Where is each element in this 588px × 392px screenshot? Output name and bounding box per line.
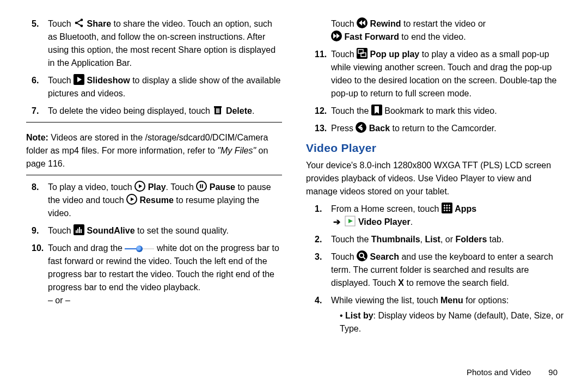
step-12: 12. Touch the Bookmark to mark this vide… xyxy=(306,105,565,118)
back-icon xyxy=(356,122,366,133)
text: Pause xyxy=(210,182,235,192)
resume-icon xyxy=(126,194,137,205)
text: Back xyxy=(369,124,390,133)
text: X xyxy=(398,278,404,287)
step-number: 2. xyxy=(315,233,322,246)
text: , xyxy=(420,235,425,244)
svg-marker-22 xyxy=(336,33,340,39)
step-13: 13. Press Back to return to the Camcorde… xyxy=(306,122,565,135)
slideshow-icon xyxy=(74,74,84,85)
step-8: 8. To play a video, touch Play. Touch Pa… xyxy=(23,181,282,220)
step-number: 9. xyxy=(32,224,39,237)
step-number: 3. xyxy=(315,250,322,264)
text: Fast Forward xyxy=(344,32,399,41)
vp-step-3: 3. Touch Search and use the keyboard to … xyxy=(306,250,565,290)
step-7: 7. To delete the video being displayed, … xyxy=(23,105,282,118)
apps-icon xyxy=(442,203,452,213)
note-label: Note: xyxy=(26,133,48,142)
step-5: 5. Touch Share to share the video. Touch… xyxy=(23,17,282,70)
divider xyxy=(26,175,282,175)
progress-dot-icon xyxy=(125,245,154,253)
step-number: 10. xyxy=(32,242,44,255)
text: Resume xyxy=(140,195,174,205)
text: Apps xyxy=(455,204,476,213)
text: Play xyxy=(148,182,166,192)
step-number: 8. xyxy=(32,181,39,194)
text: Slideshow xyxy=(87,76,130,85)
step-6: 6. Touch Slideshow to display a slide sh… xyxy=(23,74,282,100)
search-icon xyxy=(357,250,367,261)
left-column: 5. Touch Share to share the video. Touch… xyxy=(23,17,282,368)
or-text: – or – xyxy=(48,294,282,307)
svg-marker-19 xyxy=(359,20,362,26)
page-number: 90 xyxy=(548,367,558,377)
step-number: 5. xyxy=(32,17,39,30)
text: to remove the search field. xyxy=(404,278,509,287)
svg-rect-17 xyxy=(79,227,80,233)
text: tab. xyxy=(487,235,504,244)
step-number: 13. xyxy=(315,122,327,135)
svg-rect-18 xyxy=(81,229,82,233)
text: From a Home screen, touch xyxy=(331,204,442,213)
video-player-heading: Video Player xyxy=(306,139,565,157)
svg-rect-16 xyxy=(77,229,78,233)
step-10-continued: Touch Rewind to restart the video or Fas… xyxy=(306,17,565,44)
video-player-intro: Your device's 8.0-inch 1280x800 WXGA TFT… xyxy=(306,159,565,198)
text: . xyxy=(252,106,254,115)
play-icon xyxy=(134,181,145,192)
text: . Touch xyxy=(166,182,197,192)
fast-forward-icon xyxy=(331,30,342,41)
pause-icon xyxy=(196,181,207,192)
vp-step-2: 2. Touch the Thumbnails, List, or Folder… xyxy=(306,233,565,246)
text: While viewing the list, touch xyxy=(331,296,440,305)
text: Search xyxy=(370,252,399,261)
arrow-icon: ➔ xyxy=(333,216,340,229)
list-by-bullet: List by: Display videos by Name (default… xyxy=(340,309,565,335)
page-footer: Photos and Video 90 xyxy=(467,367,558,377)
text: Touch xyxy=(48,226,74,235)
text: to return to the Camcorder. xyxy=(390,124,497,133)
text: for options: xyxy=(463,296,509,305)
text: Bookmark to mark this video. xyxy=(384,106,497,115)
vp-step-1: 1. From a Home screen, touch Apps ➔ Vide… xyxy=(306,203,565,229)
divider xyxy=(26,122,282,122)
share-icon xyxy=(74,17,84,28)
text: Video Player xyxy=(358,217,411,226)
text: to set the sound quality. xyxy=(135,226,229,235)
note-ref: "My Files" xyxy=(217,146,256,155)
svg-rect-13 xyxy=(202,184,203,188)
svg-marker-14 xyxy=(131,197,134,201)
text: to restart the video or xyxy=(401,19,486,28)
svg-point-27 xyxy=(359,253,364,258)
right-column: Touch Rewind to restart the video or Fas… xyxy=(306,17,565,368)
text: Folders xyxy=(456,235,487,244)
step-number: 6. xyxy=(32,74,39,87)
svg-marker-11 xyxy=(139,184,142,188)
vp-step-4: 4. While viewing the list, touch Menu fo… xyxy=(306,294,565,335)
svg-marker-5 xyxy=(77,77,82,82)
svg-line-28 xyxy=(363,257,365,259)
video-player-icon xyxy=(345,216,356,226)
svg-marker-20 xyxy=(362,20,365,26)
text: SoundAlive xyxy=(87,226,135,235)
text: Press xyxy=(331,124,356,133)
step-11: 11. Touch Pop up play to play a video as… xyxy=(306,48,565,100)
svg-line-4 xyxy=(77,23,81,26)
text: Menu xyxy=(440,296,463,305)
step-number: 11. xyxy=(315,48,327,61)
text: Rewind xyxy=(370,19,401,28)
svg-line-3 xyxy=(77,20,81,23)
svg-rect-7 xyxy=(214,106,222,108)
text: . xyxy=(411,217,413,226)
text: Touch xyxy=(331,19,357,28)
text: Delete xyxy=(226,106,252,115)
text: Touch the xyxy=(331,235,371,244)
delete-icon xyxy=(212,105,223,115)
text: To delete the video being displayed, tou… xyxy=(48,106,212,115)
svg-rect-8 xyxy=(216,108,217,113)
text: Touch the xyxy=(331,106,371,115)
svg-rect-10 xyxy=(219,108,220,113)
note: Note: Videos are stored in the /storage/… xyxy=(23,131,282,170)
text: Touch xyxy=(48,19,74,28)
text: Touch xyxy=(331,50,357,59)
